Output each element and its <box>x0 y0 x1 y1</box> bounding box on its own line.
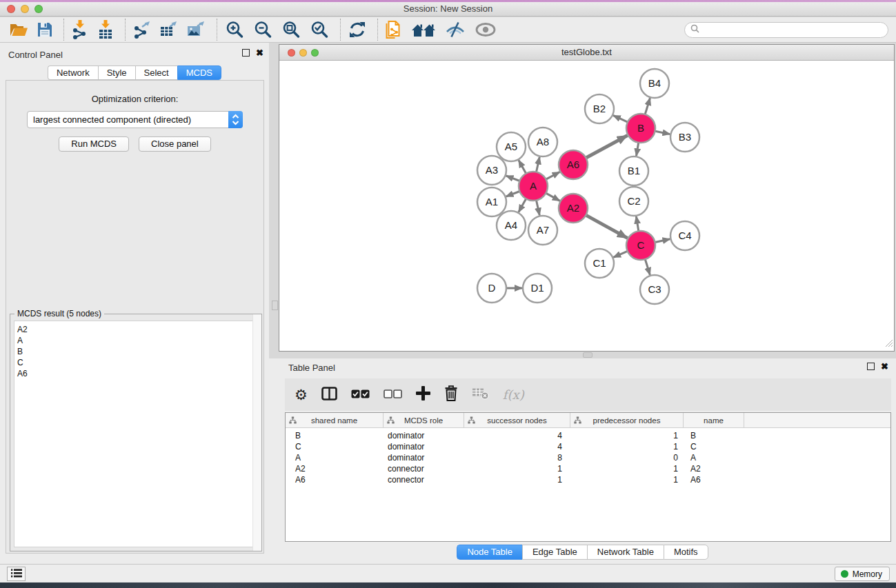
graph-edge-B-B3[interactable] <box>655 131 670 134</box>
task-history-button[interactable] <box>7 567 26 581</box>
cell-name[interactable]: B <box>684 431 744 440</box>
graph-edge-A6-B[interactable] <box>586 136 628 159</box>
refresh-icon[interactable] <box>348 18 366 41</box>
export-image-icon[interactable] <box>187 18 206 41</box>
network-window-titlebar[interactable]: testGlobe.txt <box>279 45 894 61</box>
graph-edge-A-A5[interactable] <box>519 160 526 174</box>
graph-node-C3[interactable]: C3 <box>640 275 669 304</box>
graph-node-A[interactable]: A <box>519 172 548 201</box>
graph-edge-A-A4[interactable] <box>519 199 526 212</box>
result-item[interactable]: A6 <box>14 368 258 379</box>
cell-successor-nodes[interactable]: 8 <box>464 453 570 463</box>
graph-node-A1[interactable]: A1 <box>477 187 506 216</box>
open-session-home-icon[interactable] <box>411 18 436 41</box>
cell-mcds-role[interactable]: dominator <box>384 431 464 440</box>
graph-node-B4[interactable]: B4 <box>640 69 669 98</box>
tab-network-table[interactable]: Network Table <box>587 545 664 560</box>
graph-edge-C-C2[interactable] <box>636 216 638 232</box>
graph-node-A4[interactable]: A4 <box>497 211 526 240</box>
open-folder-icon[interactable] <box>10 18 28 41</box>
result-item[interactable]: A2 <box>14 324 258 335</box>
graph-edge-A-A1[interactable] <box>506 192 520 197</box>
tab-network[interactable]: Network <box>48 65 98 80</box>
export-table-icon[interactable] <box>160 18 178 41</box>
cell-shared-name[interactable]: B <box>286 431 384 440</box>
graph-node-D[interactable]: D <box>477 274 506 303</box>
graph-edge-A2-C[interactable] <box>586 215 627 238</box>
graph-edge-A-A8[interactable] <box>537 157 540 172</box>
result-item[interactable]: B <box>14 346 258 357</box>
export-network-icon[interactable] <box>133 18 151 41</box>
graph-node-A3[interactable]: A3 <box>477 156 506 185</box>
close-table-panel-icon[interactable]: ✖ <box>881 363 888 370</box>
graph-edge-B-B1[interactable] <box>637 143 639 156</box>
delete-table-icon[interactable] <box>472 387 489 403</box>
tab-motifs[interactable]: Motifs <box>664 545 708 560</box>
column-header-mcds-role[interactable]: MCDS role <box>384 413 464 427</box>
network-canvas[interactable]: B4B2BB3A8A5A6A3B1AC2A1A2A4A7C4CC1DD1C3 <box>280 61 893 350</box>
window-resize-grip[interactable] <box>884 337 893 349</box>
graph-node-C[interactable]: C <box>626 231 655 260</box>
save-session-icon[interactable] <box>37 18 52 41</box>
graph-node-C1[interactable]: C1 <box>585 249 614 278</box>
graph-node-A2[interactable]: A2 <box>559 194 588 223</box>
search-input[interactable] <box>703 23 888 37</box>
cell-shared-name[interactable]: A2 <box>286 464 384 474</box>
vertical-split-handle[interactable] <box>272 301 278 310</box>
cell-mcds-role[interactable]: dominator <box>384 442 464 452</box>
graph-node-B3[interactable]: B3 <box>670 123 699 152</box>
table-row[interactable]: Cdominator41C <box>286 441 890 452</box>
deselect-all-checkboxes-icon[interactable] <box>384 389 402 401</box>
add-column-icon[interactable] <box>416 386 430 403</box>
column-header-successor-nodes[interactable]: successor nodes <box>464 413 570 427</box>
toggle-graphics-details-icon[interactable] <box>445 18 466 41</box>
cell-mcds-role[interactable]: connector <box>384 464 464 474</box>
cell-name[interactable]: A <box>684 453 744 463</box>
cell-mcds-role[interactable]: connector <box>384 475 464 485</box>
cell-successor-nodes[interactable]: 4 <box>464 442 570 452</box>
cell-name[interactable]: C <box>684 442 744 452</box>
new-network-from-selection-icon[interactable] <box>386 18 402 41</box>
cell-predecessor-nodes[interactable]: 1 <box>570 475 684 485</box>
select-all-checkboxes-icon[interactable] <box>351 389 370 401</box>
table-row[interactable]: Adominator80A <box>286 452 890 463</box>
delete-column-icon[interactable] <box>444 385 458 404</box>
graph-node-A7[interactable]: A7 <box>528 216 557 245</box>
graph-edge-C-C4[interactable] <box>655 239 670 243</box>
table-row[interactable]: A6connector11A6 <box>286 474 890 485</box>
graph-node-A5[interactable]: A5 <box>497 132 526 161</box>
cell-name[interactable]: A2 <box>684 464 744 474</box>
zoom-out-icon[interactable] <box>253 18 272 41</box>
tab-style[interactable]: Style <box>98 65 135 80</box>
graph-edge-A-A3[interactable] <box>506 176 520 181</box>
cell-predecessor-nodes[interactable]: 0 <box>570 453 684 463</box>
cell-mcds-role[interactable]: dominator <box>384 453 464 463</box>
graph-edge-B-B2[interactable] <box>613 115 628 122</box>
cell-shared-name[interactable]: C <box>286 442 384 452</box>
run-mcds-button[interactable]: Run MCDS <box>59 136 129 152</box>
graph-edge-A-A7[interactable] <box>537 201 540 216</box>
cell-predecessor-nodes[interactable]: 1 <box>570 442 684 452</box>
table-row[interactable]: A2connector11A2 <box>286 463 890 474</box>
result-item[interactable]: C <box>14 357 258 368</box>
tab-node-table[interactable]: Node Table <box>457 545 522 560</box>
graph-node-C2[interactable]: C2 <box>619 187 648 216</box>
graph-edge-C-C3[interactable] <box>645 259 650 275</box>
graph-edge-B-B4[interactable] <box>645 98 650 114</box>
function-builder-icon[interactable]: f(x) <box>503 387 524 402</box>
cell-successor-nodes[interactable]: 1 <box>464 464 570 474</box>
zoom-fit-icon[interactable] <box>281 18 301 41</box>
memory-button[interactable]: Memory <box>835 567 890 581</box>
table-row[interactable]: Bdominator41B <box>286 430 890 441</box>
cell-predecessor-nodes[interactable]: 1 <box>570 431 684 440</box>
toggle-birds-eye-view-icon[interactable] <box>475 18 497 41</box>
search-field[interactable] <box>684 22 888 38</box>
float-panel-icon[interactable] <box>242 49 250 57</box>
float-table-panel-icon[interactable] <box>867 363 875 370</box>
graph-node-B1[interactable]: B1 <box>619 156 648 185</box>
criterion-select[interactable]: largest connected component (directed) <box>27 111 243 128</box>
result-item[interactable]: A <box>14 335 258 346</box>
graph-edge-A-A6[interactable] <box>546 172 560 179</box>
column-header-predecessor-nodes[interactable]: predecessor nodes <box>570 413 684 427</box>
cell-predecessor-nodes[interactable]: 1 <box>570 464 684 474</box>
